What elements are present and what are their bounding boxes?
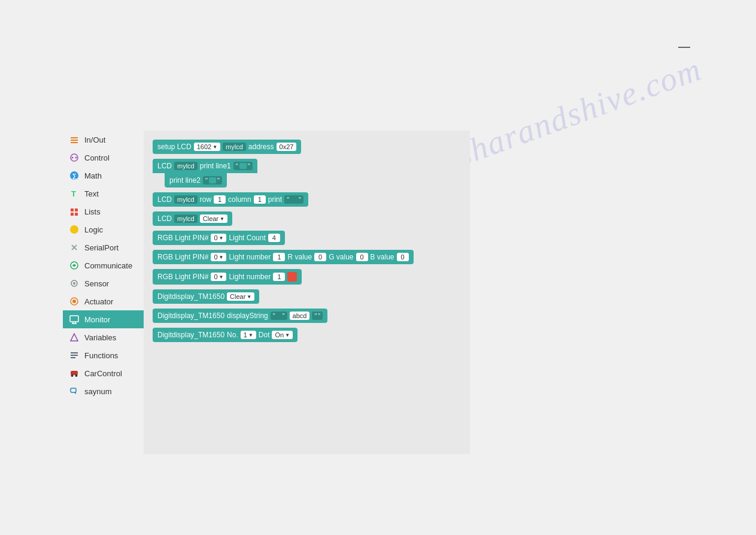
block-num-column[interactable]: 1: [254, 195, 266, 204]
svg-rect-10: [75, 208, 78, 211]
block-dropdown-pin1[interactable]: 0: [211, 234, 226, 242]
block-num-bvalue[interactable]: 0: [397, 253, 409, 261]
block-num-lightnumber1[interactable]: 1: [273, 253, 285, 261]
block-dropdown-pin3[interactable]: 0: [211, 273, 226, 281]
sidebar-label-monitor: Monitor: [84, 315, 110, 324]
block-text-print: print: [268, 195, 282, 204]
content-area: setup LCD 1602 mylcd address 0x27 LCD my…: [144, 131, 470, 454]
sidebar-item-variables[interactable]: Variables: [63, 328, 144, 346]
block-text-lightnumber2: Light number: [229, 273, 271, 281]
block-digit-dot[interactable]: Digitdisplay_TM1650 No. 1 Dot On: [153, 328, 297, 342]
block-text-printline1: print line1: [200, 162, 231, 170]
block-text-bvalue: B value: [371, 253, 394, 261]
sidebar-item-saynum[interactable]: saynum: [63, 382, 144, 400]
sidebar-item-control[interactable]: Control: [63, 149, 144, 167]
sidebar-item-carcontrol[interactable]: CarControl: [63, 364, 144, 382]
block-pill-mylcd4: mylcd: [174, 214, 198, 223]
sensor-icon: [69, 278, 80, 289]
block-quote-abcd: " ": [312, 312, 323, 320]
block-num-gvalue[interactable]: 0: [356, 253, 368, 261]
svg-rect-21: [70, 316, 78, 322]
watermark: sharandshive.com: [452, 50, 707, 174]
svg-rect-32: [71, 388, 76, 392]
svg-point-30: [71, 374, 74, 377]
sidebar-item-text[interactable]: T Text: [63, 185, 144, 202]
block-dropdown-pin2[interactable]: 0: [211, 253, 226, 261]
block-lcd-print-line1[interactable]: LCD mylcd print line1 " ": [153, 159, 257, 173]
sidebar-item-sensor[interactable]: Sensor: [63, 274, 144, 292]
sidebar-label-communicate: Communicate: [84, 261, 132, 270]
svg-point-5: [75, 157, 77, 159]
block-text-lcd1: LCD: [157, 162, 172, 170]
carcontrol-icon: [69, 368, 80, 379]
svg-point-20: [72, 300, 76, 303]
block-pill-mylcd2: mylcd: [174, 162, 198, 170]
block-text-setup: setup LCD: [157, 143, 192, 151]
block-text-address: address: [248, 143, 274, 151]
sidebar-label-serialport: SerialPort: [84, 243, 119, 252]
block-text-printline2: print line2: [169, 176, 201, 185]
sidebar-item-logic[interactable]: Logic: [63, 220, 144, 238]
sidebar-item-monitor[interactable]: Monitor: [63, 310, 144, 328]
sidebar-label-logic: Logic: [84, 225, 103, 234]
block-lcd-row-col[interactable]: LCD mylcd row 1 column 1 print " ": [153, 192, 308, 207]
block-dropdown-dot-on[interactable]: On: [272, 331, 293, 339]
sidebar-label-text: Text: [84, 189, 99, 198]
block-text-displaystring: displayString: [227, 312, 268, 320]
block-rgb-lightcount[interactable]: RGB Light PIN# 0 Light Count 4: [153, 231, 285, 245]
variables-icon: [69, 332, 80, 343]
sidebar-item-math[interactable]: ∑ Math: [63, 167, 144, 185]
sidebar-label-sensor: Sensor: [84, 279, 109, 288]
block-dropdown-digit-clear[interactable]: Clear: [227, 292, 254, 301]
block-text-digit1: Digitdisplay_TM1650: [157, 292, 224, 301]
block-num-row[interactable]: 1: [214, 195, 226, 204]
svg-rect-29: [71, 371, 78, 375]
block-digit-clear[interactable]: Digitdisplay_TM1650 Clear: [153, 289, 259, 304]
functions-icon: [69, 350, 80, 361]
minimize-button[interactable]: [678, 47, 690, 48]
block-text-digit2: Digitdisplay_TM1650: [157, 312, 224, 320]
serialport-icon: [69, 242, 80, 253]
lists-icon: [69, 206, 80, 217]
block-num-lightnumber2[interactable]: 1: [273, 273, 285, 281]
block-text-dot: Dot: [259, 331, 270, 339]
block-rgb-color[interactable]: RGB Light PIN# 0 Light number 1: [153, 269, 302, 285]
sidebar: In/Out Control ∑: [63, 131, 144, 454]
block-dropdown-clear[interactable]: Clear: [200, 214, 227, 223]
main-container: In/Out Control ∑: [63, 131, 470, 454]
sidebar-item-functions[interactable]: Functions: [63, 346, 144, 364]
sidebar-item-communicate[interactable]: Communicate: [63, 256, 144, 274]
block-dropdown-no[interactable]: 1: [241, 331, 256, 339]
block-rgb-values[interactable]: RGB Light PIN# 0 Light number 1 R value …: [153, 250, 414, 264]
sidebar-item-actuator[interactable]: Actuator: [63, 292, 144, 310]
sidebar-label-inout: In/Out: [84, 135, 105, 144]
block-num-lightcount[interactable]: 4: [268, 234, 280, 242]
svg-point-18: [73, 282, 75, 285]
svg-rect-9: [71, 208, 74, 211]
svg-point-13: [70, 225, 78, 234]
svg-point-4: [72, 157, 74, 159]
block-setup-lcd[interactable]: setup LCD 1602 mylcd address 0x27: [153, 140, 301, 154]
block-text-row: row: [200, 195, 211, 204]
actuator-icon: [69, 296, 80, 307]
text-icon: T: [69, 188, 80, 199]
block-quote-line1: " ": [233, 162, 253, 170]
sidebar-label-saynum: saynum: [84, 387, 112, 396]
monitor-icon: [69, 314, 80, 325]
block-lcd-print-line2[interactable]: print line2 " ": [165, 173, 227, 188]
sidebar-label-lists: Lists: [84, 207, 101, 216]
sidebar-item-lists[interactable]: Lists: [63, 202, 144, 220]
block-lcd-clear[interactable]: LCD mylcd Clear: [153, 211, 232, 226]
logic-icon: [69, 224, 80, 235]
block-pill-mylcd1: mylcd: [223, 143, 246, 151]
block-digit-displaystring[interactable]: Digitdisplay_TM1650 displayString " " ab…: [153, 309, 327, 323]
sidebar-item-serialport[interactable]: SerialPort: [63, 238, 144, 256]
block-text-digit3: Digitdisplay_TM1650: [157, 331, 224, 339]
svg-text:T: T: [71, 189, 76, 198]
block-num-rvalue[interactable]: 0: [314, 253, 326, 261]
block-dropdown-1602[interactable]: 1602: [194, 143, 220, 151]
svg-rect-11: [71, 213, 74, 216]
block-color-swatch[interactable]: [287, 272, 297, 282]
sidebar-item-inout[interactable]: In/Out: [63, 131, 144, 149]
block-pill-mylcd3: mylcd: [174, 195, 198, 204]
